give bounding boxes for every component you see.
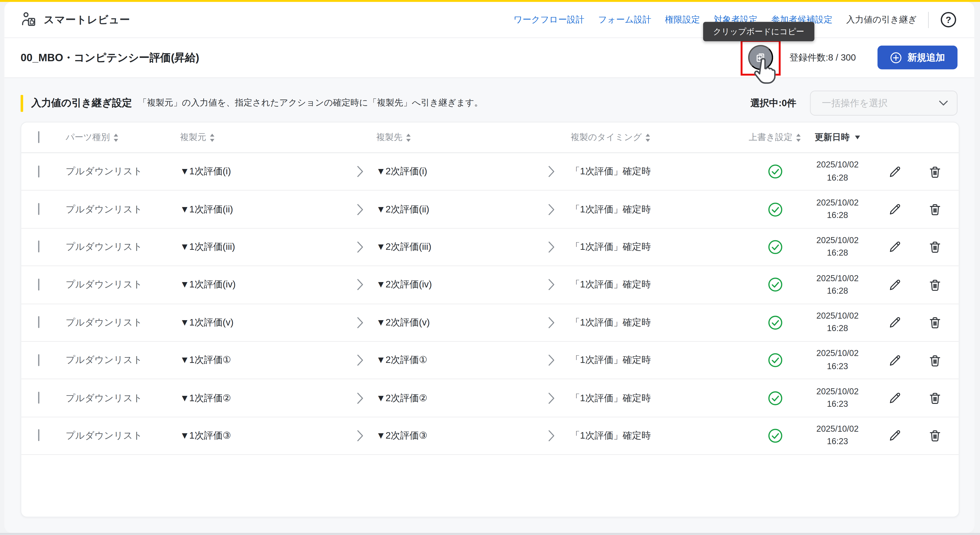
cell-source: ▼1次評価(ii)	[180, 203, 349, 215]
edit-button[interactable]	[886, 238, 904, 257]
chevron-right-icon	[349, 203, 371, 215]
chevron-right-icon	[540, 430, 562, 441]
row-checkbox[interactable]	[38, 241, 40, 253]
check-circle-icon	[767, 428, 783, 443]
cell-timing: 「1次評価」確定時	[563, 166, 750, 178]
row-checkbox[interactable]	[38, 165, 40, 177]
row-checkbox[interactable]	[38, 392, 40, 404]
check-circle-icon	[767, 164, 783, 179]
chevron-right-icon	[540, 203, 562, 215]
edit-button[interactable]	[886, 313, 904, 332]
sort-arrows-icon	[406, 133, 411, 142]
column-label: 上書き設定	[749, 132, 792, 143]
delete-button[interactable]	[926, 313, 944, 332]
tooltip-copy-to-clipboard: クリップボードにコピー	[703, 22, 814, 41]
delete-button[interactable]	[926, 275, 944, 294]
column-label: 更新日時	[815, 132, 850, 143]
column-header-updated[interactable]: 更新日時	[800, 132, 875, 143]
cell-destination: ▼2次評価③	[371, 430, 540, 441]
chevron-right-icon	[349, 430, 371, 441]
updated-date: 2025/10/02	[800, 197, 875, 209]
column-header-part-type[interactable]: パーツ種別	[66, 132, 180, 143]
cell-timing: 「1次評価」確定時	[563, 354, 750, 366]
column-header-destination[interactable]: 複製先	[371, 132, 540, 143]
registered-count: 登録件数:8 / 300	[789, 38, 856, 78]
edit-button[interactable]	[886, 351, 904, 370]
delete-button[interactable]	[926, 426, 944, 445]
cell-updated: 2025/10/02 16:28	[800, 159, 875, 184]
horizontal-scrollbar[interactable]	[0, 533, 980, 535]
sort-arrows-icon	[645, 133, 651, 142]
edit-button[interactable]	[886, 389, 904, 407]
table-row: プルダウンリスト ▼1次評価① ▼2次評価① 「1次評価」確定時 2025/10…	[21, 342, 959, 379]
table-card: パーツ種別 複製元 複製先	[21, 122, 959, 517]
check-circle-icon	[767, 390, 783, 406]
cell-overwrite	[750, 202, 800, 217]
updated-time: 16:28	[800, 285, 875, 297]
row-checkbox[interactable]	[38, 278, 40, 291]
cell-source: ▼1次評価(i)	[180, 166, 349, 178]
column-header-source[interactable]: 複製元	[180, 132, 349, 143]
updated-time: 16:28	[800, 171, 875, 184]
table-row: プルダウンリスト ▼1次評価(v) ▼2次評価(v) 「1次評価」確定時 202…	[21, 304, 959, 341]
section-title: 入力値の引き継ぎ設定	[31, 97, 132, 110]
table-row: プルダウンリスト ▼1次評価(ii) ▼2次評価(ii) 「1次評価」確定時 2…	[21, 191, 959, 229]
cell-source: ▼1次評価(v)	[180, 317, 349, 329]
edit-button[interactable]	[886, 275, 904, 294]
edit-button[interactable]	[886, 162, 904, 181]
updated-time: 16:23	[800, 436, 875, 448]
row-checkbox[interactable]	[38, 429, 40, 441]
chevron-right-icon	[349, 241, 371, 253]
table-header-row: パーツ種別 複製元 複製先	[21, 122, 959, 153]
page-toolbar: 00_MBO・コンピテンシー評価(昇給) クリップボードにコピー 登録件数:8 …	[5, 38, 974, 78]
section-header: 入力値の引き継ぎ設定 「複製元」の入力値を、指定されたアクションの確定時に「複製…	[21, 90, 958, 116]
select-all-checkbox[interactable]	[38, 131, 40, 143]
vertical-scrollbar[interactable]	[974, 2, 980, 533]
updated-date: 2025/10/02	[800, 348, 875, 360]
row-checkbox[interactable]	[38, 354, 40, 366]
cell-destination: ▼2次評価(v)	[371, 317, 540, 329]
edit-button[interactable]	[886, 200, 904, 219]
row-checkbox[interactable]	[38, 316, 40, 328]
updated-date: 2025/10/02	[800, 272, 875, 285]
chevron-right-icon	[349, 279, 371, 291]
trash-icon	[928, 429, 942, 443]
sort-arrows-icon	[209, 133, 215, 142]
check-circle-icon	[767, 202, 783, 217]
nav-link-permission[interactable]: 権限設定	[665, 14, 700, 25]
column-header-overwrite[interactable]: 上書き設定	[750, 132, 800, 143]
nav-link-workflow[interactable]: ワークフロー設計	[514, 14, 584, 25]
cell-part-type: プルダウンリスト	[66, 279, 180, 291]
delete-button[interactable]	[926, 200, 944, 219]
table-row: プルダウンリスト ▼1次評価(iii) ▼2次評価(iii) 「1次評価」確定時…	[21, 229, 959, 266]
nav-link-form[interactable]: フォーム設計	[598, 14, 651, 25]
trash-icon	[928, 278, 942, 292]
cell-destination: ▼2次評価(iii)	[371, 241, 540, 253]
delete-button[interactable]	[926, 238, 944, 257]
add-new-button[interactable]: 新規追加	[878, 46, 958, 70]
updated-time: 16:28	[800, 322, 875, 335]
column-header-timing[interactable]: 複製のタイミング	[563, 132, 750, 143]
delete-button[interactable]	[926, 389, 944, 407]
row-checkbox[interactable]	[38, 203, 40, 215]
cell-timing: 「1次評価」確定時	[563, 279, 750, 291]
help-icon[interactable]: ?	[940, 11, 957, 28]
updated-date: 2025/10/02	[800, 423, 875, 436]
check-circle-icon	[767, 315, 783, 330]
edit-button[interactable]	[886, 426, 904, 445]
selected-count-label: 選択中:0件	[750, 97, 796, 109]
delete-button[interactable]	[926, 162, 944, 181]
plus-circle-icon	[890, 52, 902, 64]
bulk-action-select[interactable]: 一括操作を選択	[810, 90, 958, 116]
hand-pointer-cursor	[752, 58, 776, 85]
delete-button[interactable]	[926, 351, 944, 370]
cell-updated: 2025/10/02 16:23	[800, 386, 875, 411]
section-description: 「複製元」の入力値を、指定されたアクションの確定時に「複製先」へ引き継ぎます。	[138, 97, 483, 109]
nav-link-input-carryover-current[interactable]: 入力値の引き継ぎ	[846, 14, 917, 25]
check-circle-icon	[767, 352, 783, 368]
updated-date: 2025/10/02	[800, 159, 875, 171]
pencil-icon	[888, 165, 902, 179]
cell-part-type: プルダウンリスト	[66, 166, 180, 178]
cell-destination: ▼2次評価①	[371, 354, 540, 366]
updated-time: 16:23	[800, 398, 875, 411]
